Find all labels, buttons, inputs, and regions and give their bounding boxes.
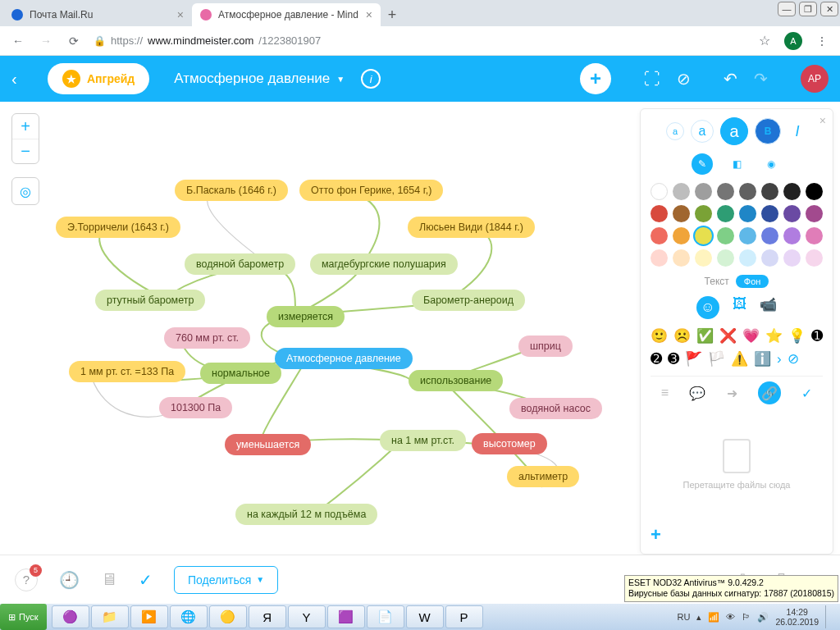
tray-lang[interactable]: RU xyxy=(678,612,691,622)
color-swatch[interactable] xyxy=(761,205,778,222)
color-swatch[interactable] xyxy=(739,205,756,222)
node-water-pump[interactable]: водяной насос xyxy=(509,398,602,419)
color-swatch[interactable] xyxy=(695,227,712,244)
emoji-star-icon[interactable]: ⭐ xyxy=(765,327,783,345)
video-picker-icon[interactable]: 📹 xyxy=(760,296,777,319)
taskbar-app-1[interactable]: 🟣 xyxy=(52,605,89,628)
color-swatch[interactable] xyxy=(673,183,690,200)
color-swatch[interactable] xyxy=(673,249,690,267)
task-tool-icon[interactable]: ✓ xyxy=(801,386,812,401)
color-swatch[interactable] xyxy=(761,183,778,200)
color-swatch[interactable] xyxy=(717,249,734,267)
browser-menu-icon[interactable]: ⋮ xyxy=(814,34,830,48)
address-bar[interactable]: 🔒 https://www.mindmeister.com/1223801907 xyxy=(94,34,745,47)
node-magdeburg[interactable]: магдебургские полушария xyxy=(310,253,458,275)
color-swatch[interactable] xyxy=(739,227,756,244)
browser-tab-mailru[interactable]: Почта Mail.Ru × xyxy=(3,3,192,26)
color-swatch[interactable] xyxy=(695,249,712,267)
taskbar-app-chrome[interactable]: 🟡 xyxy=(209,605,247,628)
checklist-icon[interactable]: ✓ xyxy=(139,570,153,590)
node-1mm-pa[interactable]: 1 мм рт. ст. =133 Па xyxy=(69,361,185,382)
emoji-sad-icon[interactable]: ☹️ xyxy=(673,327,691,345)
window-close-button[interactable]: ✕ xyxy=(820,2,838,16)
node-water-barometer[interactable]: водяной барометр xyxy=(185,253,295,275)
browser-tab-mindmeister[interactable]: Атмосферное давление - Mind × xyxy=(192,3,381,26)
node-per-1mm[interactable]: на 1 мм рт.ст. xyxy=(380,430,466,451)
share-button[interactable]: Поделиться ▼ xyxy=(174,566,278,594)
nav-reload-icon[interactable]: ⟳ xyxy=(66,34,82,48)
tab-close-icon[interactable]: × xyxy=(177,8,184,21)
color-swatch[interactable] xyxy=(806,249,823,267)
color-swatch[interactable] xyxy=(761,227,778,244)
taskbar-app-2[interactable]: 📁 xyxy=(91,605,129,628)
tab-close-icon[interactable]: × xyxy=(366,8,372,21)
more-emoji-icon[interactable]: › xyxy=(777,351,782,368)
node-measured[interactable]: измеряется xyxy=(267,306,345,327)
flag-green-icon[interactable]: 🏳️ xyxy=(708,350,725,368)
present-icon[interactable]: 🖥 xyxy=(101,570,117,589)
color-swatch[interactable] xyxy=(783,249,801,267)
font-size-sm[interactable]: a xyxy=(691,120,714,143)
star-icon[interactable]: ☆ xyxy=(756,33,773,48)
locate-center-button[interactable]: ◎ xyxy=(11,177,39,205)
bold-button[interactable]: В xyxy=(755,118,781,144)
color-swatch[interactable] xyxy=(783,205,801,222)
window-maximize-button[interactable]: ❐ xyxy=(799,2,817,16)
taskbar-app-ie[interactable]: 🌐 xyxy=(170,605,208,628)
taskbar-app-yandex2[interactable]: Y xyxy=(288,605,326,628)
node-pascal[interactable]: Б.Паскаль (1646 г.) xyxy=(175,180,288,201)
emoji-cross-icon[interactable]: ❌ xyxy=(719,327,737,345)
priority-3-icon[interactable]: ➌ xyxy=(668,350,679,368)
color-swatch[interactable] xyxy=(783,183,801,200)
color-swatch[interactable] xyxy=(739,249,756,267)
node-heightmeter[interactable]: высотомер xyxy=(472,433,547,454)
undo-icon[interactable]: ↶ xyxy=(724,69,737,89)
emoji-idea-icon[interactable]: 💡 xyxy=(788,327,806,345)
emoji-check-icon[interactable]: ✅ xyxy=(696,327,714,345)
color-swatch[interactable] xyxy=(651,183,668,200)
taskbar-app-word[interactable]: W xyxy=(406,605,444,628)
node-usage[interactable]: использование xyxy=(409,370,503,391)
color-swatch[interactable] xyxy=(806,205,823,222)
taskbar-app-ppt[interactable]: P xyxy=(445,605,483,628)
image-picker-icon[interactable]: 🖼 xyxy=(733,296,746,319)
node-altimeter[interactable]: альтиметр xyxy=(507,466,579,487)
note-tool-icon[interactable]: ≡ xyxy=(661,386,669,400)
node-normal[interactable]: нормальное xyxy=(200,363,281,384)
zoom-out-button[interactable]: − xyxy=(12,139,39,163)
info-emoji-icon[interactable]: ℹ️ xyxy=(754,350,771,368)
tray-flag-icon[interactable]: 🏳 xyxy=(742,612,751,622)
file-drop-area[interactable]: Перетащите файлы сюда xyxy=(651,413,823,516)
warning-icon[interactable]: ⚠️ xyxy=(731,350,748,368)
tray-volume-icon[interactable]: 🔊 xyxy=(757,612,769,623)
nav-back-icon[interactable]: ← xyxy=(10,34,26,48)
tray-av-icon[interactable]: 👁 xyxy=(726,612,735,622)
style-shape-icon[interactable]: ◧ xyxy=(726,153,747,175)
link-tool-icon[interactable]: ➜ xyxy=(727,386,737,401)
color-swatch[interactable] xyxy=(761,249,778,267)
priority-2-icon[interactable]: ➋ xyxy=(651,350,662,368)
comment-tool-icon[interactable]: 💬 xyxy=(689,386,705,401)
browser-profile-avatar[interactable]: A xyxy=(784,32,802,50)
taskbar-app-9[interactable]: 📄 xyxy=(367,605,404,628)
color-swatch[interactable] xyxy=(695,205,712,222)
color-swatch[interactable] xyxy=(695,183,712,200)
add-node-button[interactable]: + xyxy=(580,63,611,94)
show-desktop-button[interactable] xyxy=(825,605,835,628)
font-size-xs[interactable]: a xyxy=(666,122,684,140)
block-icon[interactable]: ⊘ xyxy=(677,69,691,89)
flag-red-icon[interactable]: 🚩 xyxy=(685,350,702,368)
style-brush-icon[interactable]: ✎ xyxy=(692,153,713,175)
color-swatch[interactable] xyxy=(651,249,668,267)
emoji-picker-icon[interactable]: ☺ xyxy=(696,296,719,319)
attach-tool-icon[interactable]: 🔗 xyxy=(758,381,781,404)
redo-icon[interactable]: ↷ xyxy=(754,69,768,89)
color-swatch[interactable] xyxy=(651,205,668,222)
back-button[interactable]: ‹ xyxy=(11,70,31,89)
emoji-smile-icon[interactable]: 🙂 xyxy=(651,327,668,345)
node-decrease[interactable]: уменьшается xyxy=(225,434,311,455)
color-swatch[interactable] xyxy=(717,183,734,200)
node-760mm[interactable]: 760 мм рт. ст. xyxy=(164,327,250,349)
node-syringe[interactable]: шприц xyxy=(518,336,573,357)
zoom-in-button[interactable]: + xyxy=(12,114,39,139)
